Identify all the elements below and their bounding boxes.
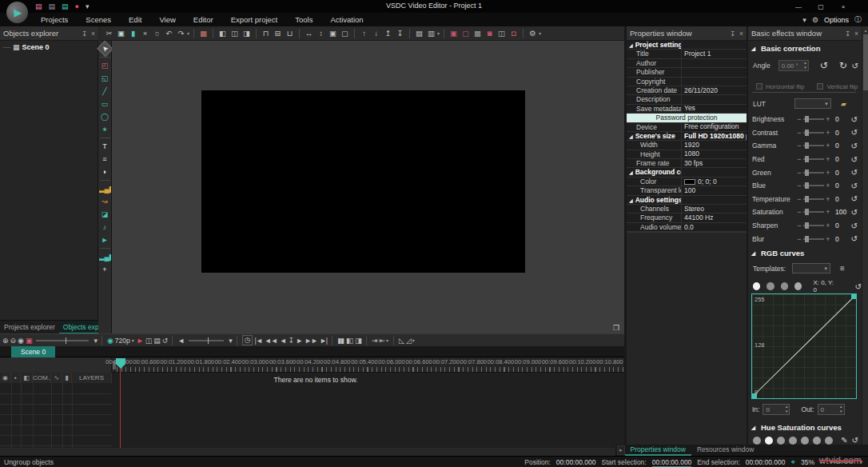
align-left-icon[interactable]: ◧	[217, 27, 228, 40]
hue-channel-5[interactable]	[801, 437, 809, 445]
close-button[interactable]: ×	[838, 3, 849, 10]
preview-quality-icon[interactable]: ◉	[107, 335, 113, 346]
add-object-tool[interactable]: ◰	[99, 60, 111, 71]
cut-icon[interactable]: ✂	[104, 27, 114, 40]
hue-channel-3[interactable]	[777, 437, 785, 445]
layers-column-label[interactable]: LAYERS	[72, 373, 112, 383]
text-tool[interactable]: T	[99, 141, 111, 152]
lut-dropdown[interactable]: ▼	[794, 98, 831, 109]
go-end-button[interactable]: ►|	[320, 335, 327, 346]
slider-minus-icon[interactable]: −	[796, 182, 802, 190]
slider-track[interactable]	[803, 211, 824, 213]
hue-channel-6[interactable]	[813, 437, 821, 445]
slider-minus-icon[interactable]: −	[796, 208, 802, 216]
play-button[interactable]: ►	[296, 335, 302, 346]
property-value[interactable]: 44100 Hz	[682, 214, 747, 222]
menu-item-view[interactable]: View	[150, 15, 184, 24]
video-canvas[interactable]	[201, 90, 525, 273]
menu-item-editor[interactable]: Editor	[185, 15, 222, 24]
property-row[interactable]: Copyright	[627, 78, 747, 86]
close-icon[interactable]: ×	[91, 30, 95, 38]
tab-projects-explorer[interactable]: Projects explorer	[0, 321, 59, 334]
color-swatch[interactable]	[684, 179, 695, 185]
hue-channel-2[interactable]	[765, 437, 773, 445]
pointer-tool[interactable]: ➤	[97, 41, 113, 58]
timeline-ruler[interactable]: 00:00.00000:00.60000:01.20000:01.80000:0…	[0, 357, 624, 373]
slider-plus-icon[interactable]: +	[825, 235, 831, 243]
redo-icon-caret-icon[interactable]: ▾	[187, 30, 189, 36]
slider-track[interactable]	[803, 145, 824, 146]
prev-marker-button-caret-icon[interactable]: ▾	[386, 337, 388, 343]
move-down-icon[interactable]: ↓	[371, 27, 381, 40]
maximize-button[interactable]: ▢	[815, 3, 826, 10]
angle-reset-icon[interactable]: ↺	[852, 62, 858, 70]
tab-properties-window[interactable]: Properties window	[625, 445, 691, 456]
chart-2-tool[interactable]: ▂▄▆	[99, 251, 111, 262]
go-start-button[interactable]: |◄	[255, 335, 262, 346]
slider-reset-icon[interactable]: ↺	[851, 234, 858, 243]
property-row[interactable]: ◢Project settings	[627, 41, 747, 50]
vsdc-logo-icon[interactable]: ▶	[6, 2, 28, 23]
com-column-label[interactable]: COM...	[33, 373, 51, 383]
rgb-curves-group[interactable]: ◢ RGB curves	[751, 249, 804, 257]
property-row[interactable]: ◢Scene's sizeFull HD 1920x1080 pixels	[627, 132, 747, 141]
slider-reset-icon[interactable]: ↺	[851, 128, 858, 137]
slider-track[interactable]	[803, 118, 824, 120]
paste-icon[interactable]: ▮	[128, 27, 138, 40]
angle-spinner[interactable]: 0.00 ° ▲▼	[778, 60, 809, 71]
menu-item-scenes[interactable]: Scenes	[77, 15, 120, 24]
slider-plus-icon[interactable]: +	[825, 169, 831, 177]
cut-scene-button[interactable]: ◺	[399, 335, 404, 346]
slider-plus-icon[interactable]: +	[825, 115, 831, 123]
spinner-arrows-icon[interactable]: ▲▼	[803, 61, 806, 70]
property-row[interactable]: Save metadataYes	[627, 105, 747, 114]
channel-red[interactable]	[766, 282, 774, 290]
curve-reset-icon[interactable]: ↺	[855, 282, 862, 291]
crosshair-icon[interactable]: ⌖	[790, 457, 795, 467]
display-settings-icon[interactable]: ⚙	[528, 27, 538, 40]
prev-marker-button[interactable]: ⇤	[379, 335, 384, 346]
property-value[interactable]: 1920	[682, 141, 747, 150]
bring-front-icon[interactable]: ↥	[383, 27, 393, 40]
undo-icon[interactable]: ↶	[164, 27, 174, 40]
position-grid-icon[interactable]: ▦	[198, 27, 209, 40]
timeline-rec-button[interactable]: ▣	[26, 335, 32, 346]
ellipse-tool[interactable]: ◯	[99, 111, 111, 122]
menu-item-export-project[interactable]: Export project	[222, 15, 287, 24]
slider-reset-icon[interactable]: ↺	[851, 182, 858, 190]
spinner-arrows-icon[interactable]: ▲▼	[785, 405, 788, 414]
group-objects-icon[interactable]: ▣	[448, 27, 459, 40]
scene-tree-node[interactable]: — ▦ Scene 0	[0, 41, 98, 51]
slider-handle[interactable]	[805, 182, 809, 189]
property-row[interactable]: Frequency44100 Hz	[627, 214, 747, 222]
mask-invert-icon[interactable]: ◘	[508, 27, 519, 40]
preview-quality-select[interactable]: 720p	[115, 335, 130, 346]
preview-range-button[interactable]: ◫	[145, 335, 152, 346]
property-row[interactable]: Height1080	[627, 150, 747, 159]
paste-style-icon[interactable]: ▥	[426, 27, 436, 40]
slider-reset-icon[interactable]: ↺	[851, 194, 858, 203]
pin-icon[interactable]: ↧	[730, 30, 735, 38]
display-settings-icon-caret-icon[interactable]: ▾	[539, 30, 541, 36]
property-value[interactable]: 26/11/2020	[682, 86, 747, 95]
menu-item-activation[interactable]: Activation	[321, 15, 372, 24]
password-protection-button[interactable]: Password protection	[627, 114, 747, 122]
slider-handle[interactable]	[805, 116, 809, 122]
hue-saturation-curves-group[interactable]: ◢ Hue Saturation curves	[751, 423, 842, 432]
paste-style-icon-caret-icon[interactable]: ▾	[437, 30, 440, 36]
scroll-up-icon[interactable]: ▴	[862, 28, 868, 33]
send-back-icon[interactable]: ↧	[395, 27, 405, 40]
property-row[interactable]: DeviceFree configuration	[627, 123, 747, 132]
property-row[interactable]: ◢Audio settings	[627, 196, 747, 205]
slider-track[interactable]	[803, 238, 824, 240]
in-spinner[interactable]: 0▲▼	[762, 404, 790, 415]
rotate-cw-icon[interactable]: ↻	[839, 60, 847, 71]
channel-blue[interactable]	[794, 282, 802, 290]
scrollbar-thumb[interactable]	[863, 34, 868, 90]
copy-style-icon[interactable]: ▤	[414, 27, 424, 40]
preview-play-button[interactable]: ►	[137, 335, 143, 346]
collapse-triangle-icon[interactable]: ◢	[629, 198, 633, 203]
prev-frame-button[interactable]: ◄	[280, 335, 286, 346]
slider-reset-icon[interactable]: ↺	[851, 208, 858, 217]
scene-tab[interactable]: Scene 0	[11, 346, 55, 357]
